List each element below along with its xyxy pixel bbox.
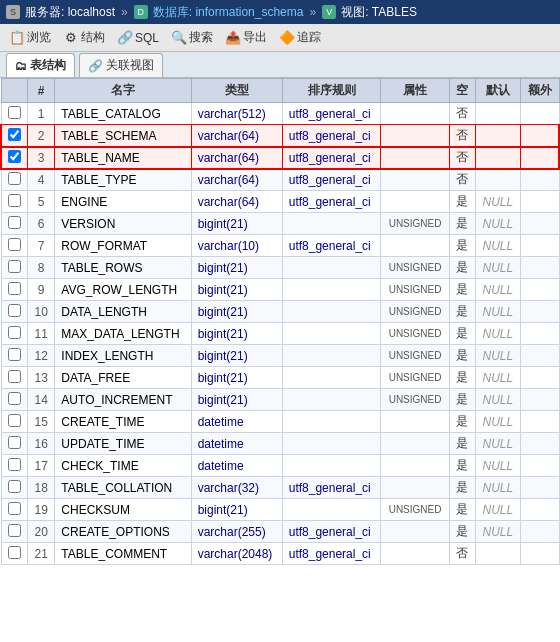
col-default: 默认 (475, 79, 520, 103)
row-id: 11 (28, 323, 55, 345)
row-checkbox[interactable] (1, 125, 28, 147)
row-checkbox[interactable] (1, 521, 28, 543)
row-extra (521, 455, 559, 477)
table-row: 10DATA_LENGTHbigint(21)UNSIGNED是NULL (1, 301, 559, 323)
col-collation: 排序规则 (282, 79, 381, 103)
export-icon: 📤 (225, 30, 241, 46)
row-checkbox[interactable] (1, 389, 28, 411)
row-checkbox[interactable] (1, 543, 28, 565)
row-checkbox[interactable] (1, 147, 28, 169)
row-attr: UNSIGNED (381, 213, 449, 235)
table-row: 21TABLE_COMMENTvarchar(2048)utf8_general… (1, 543, 559, 565)
row-checkbox[interactable] (1, 433, 28, 455)
row-name: TABLE_NAME (55, 147, 191, 169)
row-checkbox[interactable] (1, 411, 28, 433)
row-checkbox[interactable] (1, 257, 28, 279)
row-collation (282, 213, 381, 235)
row-default (475, 103, 520, 125)
arrow2: » (309, 5, 316, 19)
row-type: varchar(512) (191, 103, 282, 125)
tab-relation[interactable]: 🔗 关联视图 (79, 53, 163, 77)
row-checkbox[interactable] (1, 345, 28, 367)
col-num: # (28, 79, 55, 103)
view-icon: V (322, 5, 336, 19)
row-null: 是 (449, 367, 475, 389)
row-default (475, 125, 520, 147)
row-checkbox[interactable] (1, 477, 28, 499)
row-checkbox[interactable] (1, 323, 28, 345)
row-id: 18 (28, 477, 55, 499)
tab-structure[interactable]: 🗂 表结构 (6, 53, 75, 77)
structure-label: 结构 (81, 29, 105, 46)
row-null: 是 (449, 455, 475, 477)
row-attr: UNSIGNED (381, 323, 449, 345)
row-name: CHECK_TIME (55, 455, 191, 477)
row-type: bigint(21) (191, 499, 282, 521)
tab-structure-icon: 🗂 (15, 59, 27, 73)
row-id: 15 (28, 411, 55, 433)
row-checkbox[interactable] (1, 235, 28, 257)
row-default: NULL (475, 279, 520, 301)
trace-button[interactable]: 🔶 追踪 (274, 27, 326, 48)
row-type: datetime (191, 411, 282, 433)
row-name: UPDATE_TIME (55, 433, 191, 455)
table-row: 6VERSIONbigint(21)UNSIGNED是NULL (1, 213, 559, 235)
row-default (475, 543, 520, 565)
structure-button[interactable]: ⚙ 结构 (58, 27, 110, 48)
tab-relation-label: 关联视图 (106, 57, 154, 74)
row-checkbox[interactable] (1, 455, 28, 477)
table-row: 7ROW_FORMATvarchar(10)utf8_general_ci是NU… (1, 235, 559, 257)
row-type: bigint(21) (191, 323, 282, 345)
export-button[interactable]: 📤 导出 (220, 27, 272, 48)
row-collation (282, 411, 381, 433)
row-collation (282, 367, 381, 389)
row-default: NULL (475, 389, 520, 411)
row-default: NULL (475, 411, 520, 433)
row-extra (521, 235, 559, 257)
row-extra (521, 125, 559, 147)
row-checkbox[interactable] (1, 213, 28, 235)
sql-button[interactable]: 🔗 SQL (112, 28, 164, 48)
row-attr: UNSIGNED (381, 499, 449, 521)
row-name: TABLE_TYPE (55, 169, 191, 191)
col-name: 名字 (55, 79, 191, 103)
row-checkbox[interactable] (1, 301, 28, 323)
search-button[interactable]: 🔍 搜索 (166, 27, 218, 48)
table-row: 18TABLE_COLLATIONvarchar(32)utf8_general… (1, 477, 559, 499)
row-extra (521, 169, 559, 191)
row-type: bigint(21) (191, 279, 282, 301)
row-id: 5 (28, 191, 55, 213)
row-id: 19 (28, 499, 55, 521)
row-id: 17 (28, 455, 55, 477)
row-checkbox[interactable] (1, 169, 28, 191)
row-attr (381, 455, 449, 477)
table-row: 11MAX_DATA_LENGTHbigint(21)UNSIGNED是NULL (1, 323, 559, 345)
table-row: 17CHECK_TIMEdatetime是NULL (1, 455, 559, 477)
row-type: bigint(21) (191, 257, 282, 279)
row-checkbox[interactable] (1, 103, 28, 125)
row-checkbox[interactable] (1, 191, 28, 213)
col-type: 类型 (191, 79, 282, 103)
row-checkbox[interactable] (1, 499, 28, 521)
row-type: varchar(64) (191, 125, 282, 147)
row-name: ROW_FORMAT (55, 235, 191, 257)
browse-label: 浏览 (27, 29, 51, 46)
row-name: TABLE_CATALOG (55, 103, 191, 125)
row-id: 12 (28, 345, 55, 367)
row-id: 6 (28, 213, 55, 235)
row-checkbox[interactable] (1, 367, 28, 389)
row-id: 7 (28, 235, 55, 257)
row-collation: utf8_general_ci (282, 191, 381, 213)
table-row: 19CHECKSUMbigint(21)UNSIGNED是NULL (1, 499, 559, 521)
db-label[interactable]: 数据库: information_schema (153, 4, 304, 21)
row-attr (381, 521, 449, 543)
browse-button[interactable]: 📋 浏览 (4, 27, 56, 48)
row-null: 是 (449, 345, 475, 367)
row-type: varchar(10) (191, 235, 282, 257)
row-type: varchar(2048) (191, 543, 282, 565)
row-null: 否 (449, 103, 475, 125)
row-default: NULL (475, 213, 520, 235)
row-checkbox[interactable] (1, 279, 28, 301)
sql-icon: 🔗 (117, 30, 133, 46)
row-collation: utf8_general_ci (282, 521, 381, 543)
